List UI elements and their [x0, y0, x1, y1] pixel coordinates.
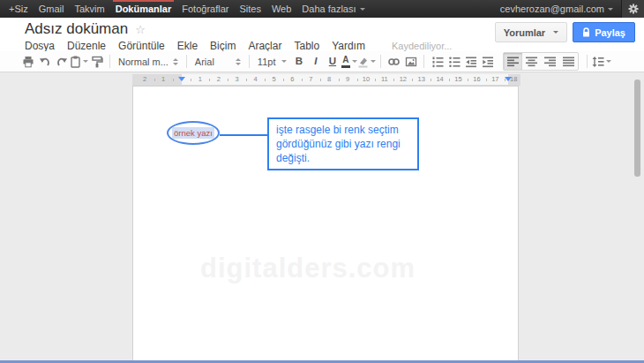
nav-more-menu[interactable]: Daha fazlası [296, 0, 370, 18]
toolbar-separator [249, 55, 250, 68]
ruler-tick [449, 79, 450, 81]
watermark: digitalders.com [200, 253, 416, 284]
bold-button[interactable]: B [290, 53, 307, 70]
account-email: cevherozan@gmail.com [500, 4, 604, 14]
star-icon[interactable]: ☆ [135, 23, 146, 36]
align-left-button[interactable] [504, 53, 522, 70]
nav-dokumanlar[interactable]: Dokümanlar [110, 0, 177, 18]
font-value: Arial [195, 57, 214, 67]
highlight-icon [357, 56, 369, 68]
doc-title[interactable]: Adsız doküman [25, 20, 128, 38]
margin-marker[interactable] [178, 77, 185, 81]
doc-title-row: Adsız doküman ☆ [25, 20, 146, 38]
ruler-tick [486, 79, 487, 81]
undo-button[interactable] [36, 53, 53, 70]
line-spacing-button[interactable] [592, 53, 611, 70]
font-select[interactable]: Arial [191, 57, 244, 67]
ruler-number: 10 [363, 75, 370, 84]
menu-bicim[interactable]: Biçim [210, 40, 236, 52]
font-size-select[interactable]: 11pt [254, 57, 291, 67]
document-canvas: 21123456789101112131415161718 örnek yazı… [0, 72, 644, 360]
toolbar-separator [423, 55, 424, 68]
nav-sites[interactable]: Sites [234, 0, 266, 18]
nav-more-label: Daha fazlası [302, 4, 356, 14]
sample-text[interactable]: örnek yazı [172, 127, 214, 139]
account-menu[interactable]: cevherozan@gmail.com [492, 0, 621, 18]
underline-button[interactable]: U [324, 53, 341, 70]
menubar: Dosya Düzenle Görüntüle Ekle Biçim Araçl… [25, 40, 452, 52]
ruler-tick [283, 79, 284, 81]
toolbar-separator [380, 55, 381, 68]
justify-button[interactable] [559, 53, 578, 70]
ruler-tick [412, 79, 413, 81]
highlight-color-button[interactable] [357, 53, 376, 70]
bulleted-list-button[interactable] [446, 53, 462, 70]
chevron-down-icon [360, 8, 365, 11]
italic-button[interactable]: I [307, 53, 324, 70]
google-bar-right: cevherozan@gmail.com [492, 0, 644, 18]
insert-link-button[interactable] [386, 53, 402, 70]
annotation-connector-line [220, 134, 269, 136]
settings-button[interactable] [621, 0, 644, 18]
numbered-list-button[interactable] [429, 53, 446, 70]
insert-image-button[interactable] [402, 53, 419, 70]
ruler-number: 15 [454, 75, 461, 84]
underline-label: U [329, 57, 336, 67]
menu-ekle[interactable]: Ekle [177, 40, 198, 52]
decrease-indent-button[interactable] [462, 53, 479, 70]
ruler-tick [468, 79, 468, 81]
italic-label: I [314, 57, 317, 67]
nav-fotograflar[interactable]: Fotoğraflar [176, 0, 234, 18]
ruler-tick [357, 79, 358, 81]
lock-icon [582, 27, 590, 38]
ruler-number: 5 [272, 75, 275, 84]
saving-status: Kaydediliyor... [392, 41, 452, 51]
outdent-icon [465, 56, 477, 68]
nav-plus-you[interactable]: +Siz [4, 0, 34, 18]
share-button[interactable]: Paylaş [573, 22, 635, 42]
text-color-button[interactable]: A [341, 53, 357, 70]
chevron-down-icon [352, 60, 357, 63]
image-icon [405, 56, 417, 68]
comments-label: Yorumlar [504, 27, 545, 38]
nav-web[interactable]: Web [266, 0, 296, 18]
ruler-tick [339, 79, 340, 81]
menu-dosya[interactable]: Dosya [25, 40, 55, 52]
paragraph-style-value: Normal m... [118, 57, 168, 67]
paint-format-button[interactable] [88, 53, 105, 70]
gear-icon [628, 4, 639, 14]
numbered-list-icon [431, 56, 444, 68]
menu-araclar[interactable]: Araçlar [248, 40, 281, 52]
menu-tablo[interactable]: Tablo [294, 40, 319, 52]
vertical-scrollbar-thumb[interactable] [634, 79, 640, 177]
increase-indent-button[interactable] [479, 53, 496, 70]
ruler-number: 4 [254, 75, 258, 84]
align-center-button[interactable] [522, 53, 541, 70]
nav-dokumanlar-label: Dokümanlar [116, 4, 172, 14]
ruler-tick [302, 79, 303, 81]
menu-duzenle[interactable]: Düzenle [67, 40, 106, 52]
paragraph-style-select[interactable]: Normal m... [115, 57, 182, 67]
document-page[interactable]: örnek yazı işte rasgele bi renk seçtim g… [132, 86, 519, 360]
margin-marker[interactable] [505, 77, 512, 81]
align-right-button[interactable] [541, 53, 559, 70]
ruler-number: 7 [309, 75, 312, 84]
print-button[interactable] [19, 53, 36, 70]
menu-yardim[interactable]: Yardım [332, 40, 365, 52]
redo-icon [56, 56, 68, 68]
web-clipboard-button[interactable] [70, 53, 88, 70]
doc-header: Adsız doküman ☆ Dosya Düzenle Görüntüle … [0, 18, 644, 51]
menu-goruntule[interactable]: Görüntüle [118, 40, 165, 52]
nav-gmail[interactable]: Gmail [34, 0, 70, 18]
ruler-number: 2 [217, 75, 221, 84]
google-bar: +Siz Gmail Takvim Dokümanlar Fotoğraflar… [0, 0, 644, 18]
spinner-icon [236, 58, 241, 65]
chevron-down-icon [608, 8, 613, 11]
comments-button[interactable]: Yorumlar [495, 22, 567, 42]
justify-icon [563, 56, 574, 67]
redo-button[interactable] [53, 53, 70, 70]
nav-takvim[interactable]: Takvim [69, 0, 109, 18]
indent-icon [482, 56, 494, 68]
ruler-number: 13 [418, 75, 425, 84]
ruler-number: 1 [161, 75, 165, 84]
